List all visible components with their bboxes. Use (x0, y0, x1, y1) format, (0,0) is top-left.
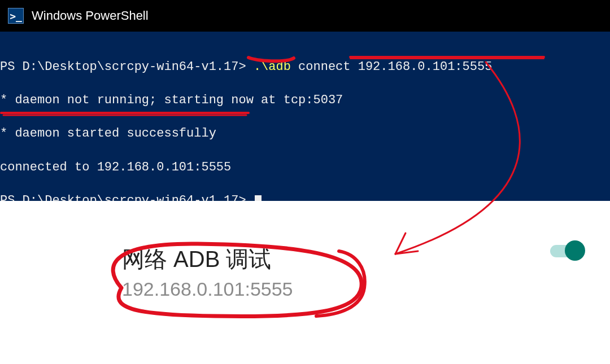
powershell-icon: >_ (8, 8, 24, 24)
output-line: * daemon started successfully (0, 126, 216, 141)
terminal-area[interactable]: PS D:\Desktop\scrcpy-win64-v1.17> .\adb … (0, 32, 610, 201)
adb-toggle[interactable] (550, 240, 585, 261)
command-arg: connect 192.168.0.101:5555 (298, 60, 492, 74)
output-line: * daemon not running; starting now at tc… (0, 93, 343, 107)
setting-address: 192.168.0.101:5555 (122, 278, 587, 300)
settings-panel: 网络 ADB 调试 192.168.0.101:5555 (0, 201, 610, 300)
window-titlebar[interactable]: >_ Windows PowerShell (0, 0, 610, 32)
terminal-cursor (255, 195, 262, 201)
output-line: connected to 192.168.0.101:5555 (0, 160, 231, 174)
command-part: .\adb (254, 60, 291, 74)
prompt: PS D:\Desktop\scrcpy-win64-v1.17> (0, 194, 246, 201)
toggle-thumb (565, 240, 585, 261)
setting-title: 网络 ADB 调试 (122, 244, 587, 275)
window-title: Windows PowerShell (32, 8, 149, 23)
prompt: PS D:\Desktop\scrcpy-win64-v1.17> (0, 60, 246, 74)
